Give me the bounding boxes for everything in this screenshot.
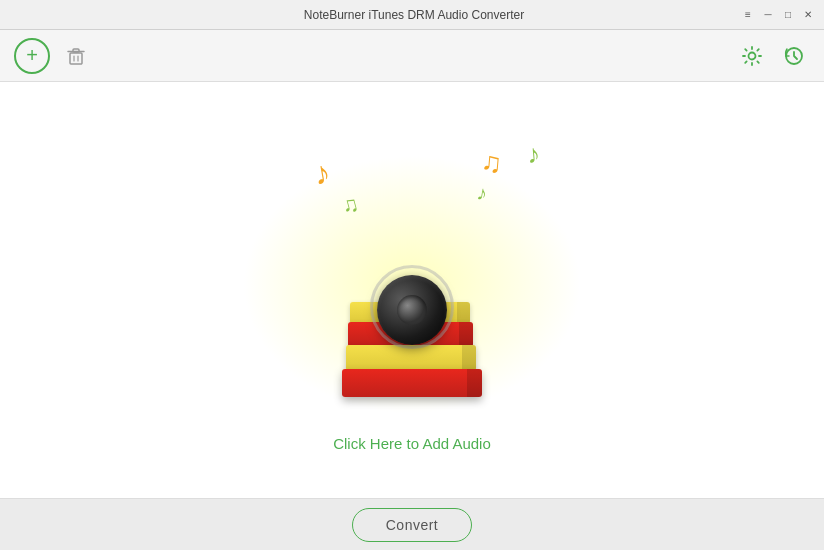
minimize-button[interactable]: ─ bbox=[760, 7, 776, 23]
trash-icon bbox=[65, 45, 87, 67]
click-here-area[interactable]: Click Here to Add Audio bbox=[333, 435, 491, 453]
window-title: NoteBurner iTunes DRM Audio Converter bbox=[88, 8, 740, 22]
click-here-label[interactable]: Click Here to Add Audio bbox=[333, 435, 491, 452]
music-note-2: ♫ bbox=[480, 146, 504, 180]
svg-point-5 bbox=[749, 52, 756, 59]
svg-rect-2 bbox=[73, 49, 79, 52]
main-content[interactable]: ♪ ♫ ♪ ♫ ♪ Click Here to Add Audio bbox=[0, 82, 824, 498]
menu-button[interactable]: ≡ bbox=[740, 7, 756, 23]
toolbar-right bbox=[736, 40, 810, 72]
close-button[interactable]: ✕ bbox=[800, 7, 816, 23]
maximize-button[interactable]: □ bbox=[780, 7, 796, 23]
convert-button[interactable]: Convert bbox=[352, 508, 472, 542]
history-button[interactable] bbox=[778, 40, 810, 72]
book-1 bbox=[342, 369, 482, 397]
music-note-3: ♪ bbox=[526, 138, 542, 170]
plus-icon: + bbox=[26, 44, 38, 67]
toolbar-left: + bbox=[14, 38, 92, 74]
toolbar: + bbox=[0, 30, 824, 82]
title-bar: NoteBurner iTunes DRM Audio Converter ≡ … bbox=[0, 0, 824, 30]
music-note-5: ♪ bbox=[475, 181, 489, 205]
music-note-1: ♪ bbox=[311, 154, 333, 193]
add-button[interactable]: + bbox=[14, 38, 50, 74]
delete-button[interactable] bbox=[60, 40, 92, 72]
history-icon bbox=[783, 45, 805, 67]
bottom-bar: Convert bbox=[0, 498, 824, 550]
gear-icon bbox=[741, 45, 763, 67]
settings-button[interactable] bbox=[736, 40, 768, 72]
speaker-icon bbox=[377, 275, 447, 345]
illustration: ♪ ♫ ♪ ♫ ♪ bbox=[262, 127, 562, 427]
window-controls: ≡ ─ □ ✕ bbox=[740, 7, 816, 23]
svg-rect-0 bbox=[70, 53, 82, 64]
music-note-4: ♫ bbox=[339, 190, 362, 219]
